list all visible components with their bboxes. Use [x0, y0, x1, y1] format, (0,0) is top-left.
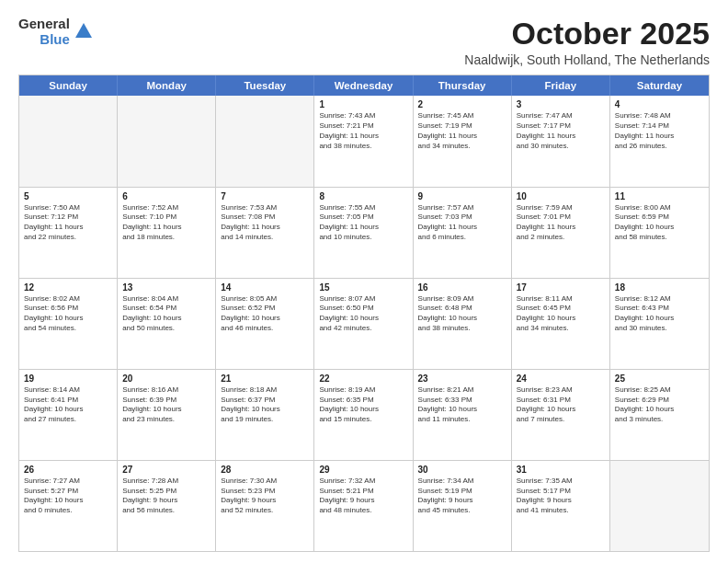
day-number: 18: [615, 282, 704, 293]
calendar-cell: 8Sunrise: 7:55 AMSunset: 7:05 PMDaylight…: [314, 188, 413, 278]
cell-text: Sunrise: 7:48 AMSunset: 7:14 PMDaylight:…: [615, 111, 704, 151]
cell-text: Sunrise: 8:09 AMSunset: 6:48 PMDaylight:…: [418, 294, 506, 334]
day-number: 1: [319, 99, 407, 109]
cell-text: Sunrise: 7:53 AMSunset: 7:08 PMDaylight:…: [221, 203, 309, 243]
day-number: 2: [418, 99, 506, 109]
calendar-cell: 27Sunrise: 7:28 AMSunset: 5:25 PMDayligh…: [118, 461, 216, 551]
day-number: 20: [122, 373, 210, 384]
day-number: 13: [122, 282, 210, 293]
cell-text: Sunrise: 8:14 AMSunset: 6:41 PMDaylight:…: [24, 385, 112, 425]
weekday-header-sunday: Sunday: [19, 75, 118, 96]
calendar-cell: [19, 96, 118, 186]
cell-text: Sunrise: 7:32 AMSunset: 5:21 PMDaylight:…: [319, 477, 407, 516]
day-number: 5: [24, 191, 112, 201]
calendar-cell: 9Sunrise: 7:57 AMSunset: 7:03 PMDaylight…: [414, 188, 512, 278]
day-number: 3: [517, 99, 605, 109]
calendar-cell: 11Sunrise: 8:00 AMSunset: 6:59 PMDayligh…: [610, 188, 709, 278]
cell-text: Sunrise: 7:27 AMSunset: 5:27 PMDaylight:…: [24, 477, 112, 516]
calendar-cell: 13Sunrise: 8:04 AMSunset: 6:54 PMDayligh…: [118, 279, 216, 369]
day-number: 14: [221, 282, 309, 293]
cell-text: Sunrise: 8:07 AMSunset: 6:50 PMDaylight:…: [319, 294, 407, 334]
day-number: 26: [24, 465, 112, 475]
day-number: 24: [517, 373, 605, 384]
cell-text: Sunrise: 7:47 AMSunset: 7:17 PMDaylight:…: [517, 111, 605, 151]
header: General Blue October 2025 Naaldwijk, Sou…: [18, 17, 710, 67]
day-number: 30: [418, 465, 506, 475]
cell-text: Sunrise: 8:19 AMSunset: 6:35 PMDaylight:…: [319, 385, 407, 425]
calendar-cell: 25Sunrise: 8:25 AMSunset: 6:29 PMDayligh…: [610, 370, 709, 460]
calendar-cell: 29Sunrise: 7:32 AMSunset: 5:21 PMDayligh…: [314, 461, 413, 551]
svg-marker-0: [75, 23, 92, 38]
calendar-cell: [118, 96, 216, 186]
day-number: 19: [24, 373, 112, 384]
day-number: 7: [221, 191, 309, 201]
calendar-row-0: 1Sunrise: 7:43 AMSunset: 7:21 PMDaylight…: [19, 96, 709, 186]
day-number: 8: [319, 191, 407, 201]
calendar-header: SundayMondayTuesdayWednesdayThursdayFrid…: [19, 75, 709, 96]
calendar-cell: 7Sunrise: 7:53 AMSunset: 7:08 PMDaylight…: [216, 188, 314, 278]
logo-general: General: [18, 17, 70, 32]
calendar-cell: 24Sunrise: 8:23 AMSunset: 6:31 PMDayligh…: [512, 370, 610, 460]
day-number: 9: [418, 191, 506, 201]
calendar-cell: 23Sunrise: 8:21 AMSunset: 6:33 PMDayligh…: [414, 370, 512, 460]
cell-text: Sunrise: 8:04 AMSunset: 6:54 PMDaylight:…: [122, 294, 210, 334]
month-title: October 2025: [464, 17, 710, 51]
cell-text: Sunrise: 8:25 AMSunset: 6:29 PMDaylight:…: [615, 385, 704, 425]
cell-text: Sunrise: 7:35 AMSunset: 5:17 PMDaylight:…: [517, 477, 605, 516]
logo-blue: Blue: [40, 32, 70, 48]
cell-text: Sunrise: 7:52 AMSunset: 7:10 PMDaylight:…: [122, 203, 210, 243]
cell-text: Sunrise: 7:57 AMSunset: 7:03 PMDaylight:…: [418, 203, 506, 243]
day-number: 23: [418, 373, 506, 384]
calendar-row-4: 26Sunrise: 7:27 AMSunset: 5:27 PMDayligh…: [19, 460, 709, 551]
cell-text: Sunrise: 7:45 AMSunset: 7:19 PMDaylight:…: [418, 111, 506, 151]
day-number: 29: [319, 465, 407, 475]
calendar-cell: 18Sunrise: 8:12 AMSunset: 6:43 PMDayligh…: [610, 279, 709, 369]
calendar-row-3: 19Sunrise: 8:14 AMSunset: 6:41 PMDayligh…: [19, 369, 709, 460]
calendar-cell: 30Sunrise: 7:34 AMSunset: 5:19 PMDayligh…: [414, 461, 512, 551]
weekday-header-wednesday: Wednesday: [314, 75, 413, 96]
day-number: 12: [24, 282, 112, 293]
page: General Blue October 2025 Naaldwijk, Sou…: [0, 0, 728, 563]
calendar: SundayMondayTuesdayWednesdayThursdayFrid…: [18, 75, 710, 552]
location-subtitle: Naaldwijk, South Holland, The Netherland…: [464, 52, 710, 67]
calendar-cell: 22Sunrise: 8:19 AMSunset: 6:35 PMDayligh…: [314, 370, 413, 460]
weekday-header-tuesday: Tuesday: [216, 75, 314, 96]
cell-text: Sunrise: 7:55 AMSunset: 7:05 PMDaylight:…: [319, 203, 407, 243]
calendar-cell: 12Sunrise: 8:02 AMSunset: 6:56 PMDayligh…: [19, 279, 118, 369]
cell-text: Sunrise: 8:00 AMSunset: 6:59 PMDaylight:…: [615, 203, 704, 243]
day-number: 28: [221, 465, 309, 475]
day-number: 31: [517, 465, 605, 475]
cell-text: Sunrise: 8:21 AMSunset: 6:33 PMDaylight:…: [418, 385, 506, 425]
day-number: 21: [221, 373, 309, 384]
calendar-cell: 28Sunrise: 7:30 AMSunset: 5:23 PMDayligh…: [216, 461, 314, 551]
calendar-cell: 16Sunrise: 8:09 AMSunset: 6:48 PMDayligh…: [414, 279, 512, 369]
weekday-header-friday: Friday: [512, 75, 610, 96]
calendar-cell: 3Sunrise: 7:47 AMSunset: 7:17 PMDaylight…: [512, 96, 610, 186]
cell-text: Sunrise: 8:05 AMSunset: 6:52 PMDaylight:…: [221, 294, 309, 334]
day-number: 27: [122, 465, 210, 475]
calendar-cell: 15Sunrise: 8:07 AMSunset: 6:50 PMDayligh…: [314, 279, 413, 369]
logo-icon: [74, 21, 94, 45]
logo: General Blue: [18, 17, 94, 47]
cell-text: Sunrise: 8:18 AMSunset: 6:37 PMDaylight:…: [221, 385, 309, 425]
calendar-cell: 1Sunrise: 7:43 AMSunset: 7:21 PMDaylight…: [314, 96, 413, 186]
weekday-header-monday: Monday: [118, 75, 216, 96]
calendar-cell: 14Sunrise: 8:05 AMSunset: 6:52 PMDayligh…: [216, 279, 314, 369]
day-number: 17: [517, 282, 605, 293]
cell-text: Sunrise: 7:34 AMSunset: 5:19 PMDaylight:…: [418, 477, 506, 516]
cell-text: Sunrise: 7:28 AMSunset: 5:25 PMDaylight:…: [122, 477, 210, 516]
calendar-cell: 6Sunrise: 7:52 AMSunset: 7:10 PMDaylight…: [118, 188, 216, 278]
cell-text: Sunrise: 8:23 AMSunset: 6:31 PMDaylight:…: [517, 385, 605, 425]
day-number: 10: [517, 191, 605, 201]
cell-text: Sunrise: 8:12 AMSunset: 6:43 PMDaylight:…: [615, 294, 704, 334]
calendar-cell: 17Sunrise: 8:11 AMSunset: 6:45 PMDayligh…: [512, 279, 610, 369]
calendar-cell: 20Sunrise: 8:16 AMSunset: 6:39 PMDayligh…: [118, 370, 216, 460]
calendar-cell: 26Sunrise: 7:27 AMSunset: 5:27 PMDayligh…: [19, 461, 118, 551]
calendar-cell: 31Sunrise: 7:35 AMSunset: 5:17 PMDayligh…: [512, 461, 610, 551]
calendar-cell: 19Sunrise: 8:14 AMSunset: 6:41 PMDayligh…: [19, 370, 118, 460]
calendar-body: 1Sunrise: 7:43 AMSunset: 7:21 PMDaylight…: [19, 96, 709, 551]
title-block: October 2025 Naaldwijk, South Holland, T…: [464, 17, 710, 67]
calendar-row-2: 12Sunrise: 8:02 AMSunset: 6:56 PMDayligh…: [19, 278, 709, 369]
calendar-cell: [610, 461, 709, 551]
calendar-cell: 5Sunrise: 7:50 AMSunset: 7:12 PMDaylight…: [19, 188, 118, 278]
